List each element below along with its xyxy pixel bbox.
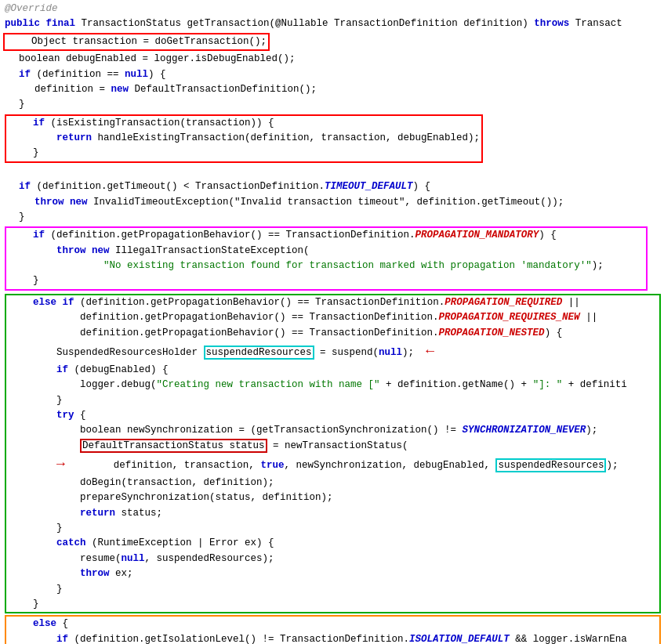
line-prop-requires-new: definition.getPropagationBehavior() == T… [8,310,658,325]
line-return-status: return status; [8,506,658,521]
line-mandatory: if (definition.getPropagationBehavior() … [8,228,644,243]
line-if-def: if (definition == null) { [3,67,661,82]
line-newsync: boolean newSynchronization = (getTransac… [8,423,658,438]
code-viewer: @Override public final TransactionStatus… [0,0,664,644]
line-suspended: SuspendedResourcesHolder suspendedResour… [8,341,658,363]
line-annotation: @Override [3,2,661,16]
line-signature: public final TransactionStatus getTransa… [3,16,661,31]
line-close3: } [3,210,661,225]
red-box-1: Object transaction = doGetTransaction(); [3,33,661,51]
orange-box-else: else { if (definition.getIsolationLevel(… [5,615,661,644]
line-preparesync: prepareSynchronization(status, definitio… [8,490,658,505]
line-logger-debug: logger.debug("Creating new transaction w… [8,378,658,393]
line-existing: if (isExistingTransaction(transaction)) … [8,116,480,131]
pink-box-mandatory: if (definition.getPropagationBehavior() … [5,226,648,291]
line-try: try { [8,408,658,423]
line-close-try: } [8,521,658,536]
line-throw-timeout: throw new InvalidTimeoutException("Inval… [3,195,661,210]
line-isolation: if (definition.getIsolationLevel() != Tr… [8,632,658,644]
line-new-def: definition = new DefaultTransactionDefin… [3,82,661,97]
green-box-propagation: else if (definition.getPropagationBehavi… [5,294,661,614]
line-close4: } [8,273,644,288]
line-else-if: else if (definition.getPropagationBehavi… [8,295,658,310]
line-catch: catch (RuntimeException | Error ex) { [8,536,658,551]
line-mandatory-msg: "No existing transaction found for trans… [8,259,644,273]
line-close-catch: } [8,582,658,597]
line-close1: } [3,97,661,112]
line-dobegin: doBegin(transaction, definition); [8,476,658,490]
line-if-debug: if (debugEnabled) { [8,363,658,378]
red-box-2: if (isExistingTransaction(transaction)) … [5,114,483,163]
line-else: else { [8,617,658,631]
line-status: DefaultTransactionStatus status = newTra… [8,439,658,454]
line-timeout: if (definition.getTimeout() < Transactio… [3,179,661,194]
line-close2: } [8,146,480,161]
line-close-else-if: } [8,597,658,612]
line-throw-ex: throw ex; [8,566,658,581]
line-throw-mandatory: throw new IllegalTransactionStateExcepti… [8,244,644,259]
line-resume: resume(null, suspendedResources); [8,552,658,566]
line-debug: boolean debugEnabled = logger.isDebugEna… [3,52,661,67]
line-close-debug: } [8,393,658,408]
line-prop-nested: definition.getPropagationBehavior() == T… [8,326,658,341]
line-blank1 [3,165,661,179]
line-definition-args: → definition, transaction, true, newSync… [8,454,658,476]
line-return-existing: return handleExistingTransaction(definit… [8,131,480,146]
